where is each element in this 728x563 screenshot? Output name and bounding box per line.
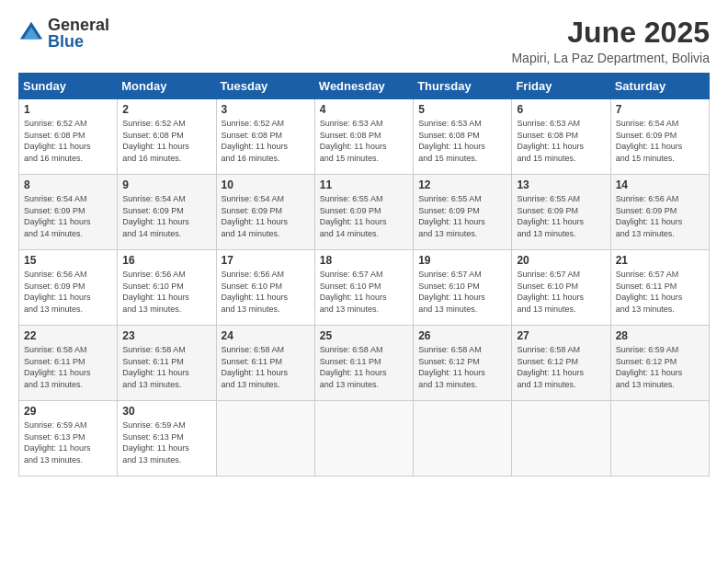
table-row: 10Sunrise: 6:54 AM Sunset: 6:09 PM Dayli…	[216, 175, 314, 250]
table-row: 22Sunrise: 6:58 AM Sunset: 6:11 PM Dayli…	[19, 326, 118, 401]
day-number: 16	[122, 254, 210, 267]
table-row: 21Sunrise: 6:57 AM Sunset: 6:11 PM Dayli…	[610, 250, 709, 326]
day-info: Sunrise: 6:54 AM Sunset: 6:09 PM Dayligh…	[222, 193, 310, 239]
table-row: 14Sunrise: 6:56 AM Sunset: 6:09 PM Dayli…	[610, 175, 709, 250]
calendar-body: 1Sunrise: 6:52 AM Sunset: 6:08 PM Daylig…	[19, 99, 710, 477]
day-number: 27	[517, 329, 605, 342]
day-info: Sunrise: 6:54 AM Sunset: 6:09 PM Dayligh…	[24, 193, 112, 239]
calendar-header: Sunday Monday Tuesday Wednesday Thursday…	[19, 74, 710, 99]
day-info: Sunrise: 6:56 AM Sunset: 6:09 PM Dayligh…	[24, 269, 112, 315]
col-saturday: Saturday	[610, 74, 709, 99]
logo-general-text: General	[48, 17, 109, 33]
day-number: 10	[222, 178, 310, 191]
col-wednesday: Wednesday	[314, 74, 413, 99]
day-info: Sunrise: 6:57 AM Sunset: 6:11 PM Dayligh…	[616, 269, 704, 315]
table-row: 1Sunrise: 6:52 AM Sunset: 6:08 PM Daylig…	[19, 99, 118, 175]
day-number: 5	[418, 103, 506, 116]
day-info: Sunrise: 6:59 AM Sunset: 6:12 PM Dayligh…	[616, 344, 704, 390]
day-info: Sunrise: 6:55 AM Sunset: 6:09 PM Dayligh…	[418, 193, 506, 239]
table-row: 15Sunrise: 6:56 AM Sunset: 6:09 PM Dayli…	[19, 250, 118, 326]
subtitle: Mapiri, La Paz Department, Bolivia	[511, 51, 710, 65]
header: General Blue June 2025 Mapiri, La Paz De…	[18, 17, 710, 65]
day-info: Sunrise: 6:55 AM Sunset: 6:09 PM Dayligh…	[320, 193, 408, 239]
table-row: 8Sunrise: 6:54 AM Sunset: 6:09 PM Daylig…	[19, 175, 118, 250]
day-info: Sunrise: 6:54 AM Sunset: 6:09 PM Dayligh…	[616, 118, 704, 164]
col-thursday: Thursday	[414, 74, 512, 99]
day-number: 30	[122, 405, 210, 418]
day-number: 29	[24, 405, 112, 418]
table-row: 6Sunrise: 6:53 AM Sunset: 6:08 PM Daylig…	[512, 99, 610, 175]
day-number: 25	[320, 329, 408, 342]
table-row	[610, 401, 709, 477]
day-number: 17	[222, 254, 310, 267]
day-info: Sunrise: 6:57 AM Sunset: 6:10 PM Dayligh…	[418, 269, 506, 315]
day-info: Sunrise: 6:54 AM Sunset: 6:09 PM Dayligh…	[122, 193, 210, 239]
day-number: 9	[122, 178, 210, 191]
day-number: 21	[616, 254, 704, 267]
table-row: 30Sunrise: 6:59 AM Sunset: 6:13 PM Dayli…	[118, 401, 216, 477]
day-info: Sunrise: 6:59 AM Sunset: 6:13 PM Dayligh…	[122, 419, 210, 465]
table-row: 5Sunrise: 6:53 AM Sunset: 6:08 PM Daylig…	[414, 99, 512, 175]
day-info: Sunrise: 6:59 AM Sunset: 6:13 PM Dayligh…	[24, 419, 112, 465]
calendar-table: Sunday Monday Tuesday Wednesday Thursday…	[18, 73, 710, 477]
day-number: 26	[418, 329, 506, 342]
col-friday: Friday	[512, 74, 610, 99]
table-row: 25Sunrise: 6:58 AM Sunset: 6:11 PM Dayli…	[314, 326, 413, 401]
day-number: 7	[616, 103, 704, 116]
day-number: 24	[222, 329, 310, 342]
table-row: 27Sunrise: 6:58 AM Sunset: 6:12 PM Dayli…	[512, 326, 610, 401]
day-info: Sunrise: 6:56 AM Sunset: 6:09 PM Dayligh…	[616, 193, 704, 239]
col-monday: Monday	[118, 74, 216, 99]
table-row: 23Sunrise: 6:58 AM Sunset: 6:11 PM Dayli…	[118, 326, 216, 401]
day-number: 14	[616, 178, 704, 191]
day-number: 19	[418, 254, 506, 267]
day-info: Sunrise: 6:53 AM Sunset: 6:08 PM Dayligh…	[418, 118, 506, 164]
day-info: Sunrise: 6:55 AM Sunset: 6:09 PM Dayligh…	[517, 193, 605, 239]
day-number: 18	[320, 254, 408, 267]
header-row: Sunday Monday Tuesday Wednesday Thursday…	[19, 74, 710, 99]
table-row	[414, 401, 512, 477]
day-number: 22	[24, 329, 112, 342]
day-number: 13	[517, 178, 605, 191]
day-number: 28	[616, 329, 704, 342]
logo-icon	[18, 20, 44, 46]
day-number: 1	[24, 103, 112, 116]
day-info: Sunrise: 6:58 AM Sunset: 6:12 PM Dayligh…	[517, 344, 605, 390]
day-info: Sunrise: 6:53 AM Sunset: 6:08 PM Dayligh…	[517, 118, 605, 164]
table-row	[216, 401, 314, 477]
page: General Blue June 2025 Mapiri, La Paz De…	[0, 0, 728, 563]
day-number: 8	[24, 178, 112, 191]
title-section: June 2025 Mapiri, La Paz Department, Bol…	[511, 17, 710, 65]
table-row: 13Sunrise: 6:55 AM Sunset: 6:09 PM Dayli…	[512, 175, 610, 250]
day-info: Sunrise: 6:56 AM Sunset: 6:10 PM Dayligh…	[222, 269, 310, 315]
table-row: 18Sunrise: 6:57 AM Sunset: 6:10 PM Dayli…	[314, 250, 413, 326]
main-title: June 2025	[511, 17, 710, 49]
day-info: Sunrise: 6:58 AM Sunset: 6:11 PM Dayligh…	[320, 344, 408, 390]
table-row: 4Sunrise: 6:53 AM Sunset: 6:08 PM Daylig…	[314, 99, 413, 175]
table-row: 11Sunrise: 6:55 AM Sunset: 6:09 PM Dayli…	[314, 175, 413, 250]
table-row: 2Sunrise: 6:52 AM Sunset: 6:08 PM Daylig…	[118, 99, 216, 175]
table-row: 7Sunrise: 6:54 AM Sunset: 6:09 PM Daylig…	[610, 99, 709, 175]
table-row: 12Sunrise: 6:55 AM Sunset: 6:09 PM Dayli…	[414, 175, 512, 250]
day-info: Sunrise: 6:58 AM Sunset: 6:11 PM Dayligh…	[122, 344, 210, 390]
logo-blue-text: Blue	[48, 33, 109, 50]
table-row	[512, 401, 610, 477]
day-info: Sunrise: 6:57 AM Sunset: 6:10 PM Dayligh…	[320, 269, 408, 315]
logo-text: General Blue	[48, 17, 109, 50]
table-row: 20Sunrise: 6:57 AM Sunset: 6:10 PM Dayli…	[512, 250, 610, 326]
day-info: Sunrise: 6:56 AM Sunset: 6:10 PM Dayligh…	[122, 269, 210, 315]
day-info: Sunrise: 6:52 AM Sunset: 6:08 PM Dayligh…	[122, 118, 210, 164]
table-row: 29Sunrise: 6:59 AM Sunset: 6:13 PM Dayli…	[19, 401, 118, 477]
table-row: 16Sunrise: 6:56 AM Sunset: 6:10 PM Dayli…	[118, 250, 216, 326]
day-number: 12	[418, 178, 506, 191]
logo: General Blue	[18, 17, 109, 50]
table-row: 28Sunrise: 6:59 AM Sunset: 6:12 PM Dayli…	[610, 326, 709, 401]
day-info: Sunrise: 6:53 AM Sunset: 6:08 PM Dayligh…	[320, 118, 408, 164]
col-tuesday: Tuesday	[216, 74, 314, 99]
day-info: Sunrise: 6:52 AM Sunset: 6:08 PM Dayligh…	[222, 118, 310, 164]
day-info: Sunrise: 6:58 AM Sunset: 6:11 PM Dayligh…	[24, 344, 112, 390]
day-info: Sunrise: 6:58 AM Sunset: 6:12 PM Dayligh…	[418, 344, 506, 390]
day-number: 3	[222, 103, 310, 116]
table-row: 9Sunrise: 6:54 AM Sunset: 6:09 PM Daylig…	[118, 175, 216, 250]
day-number: 2	[122, 103, 210, 116]
